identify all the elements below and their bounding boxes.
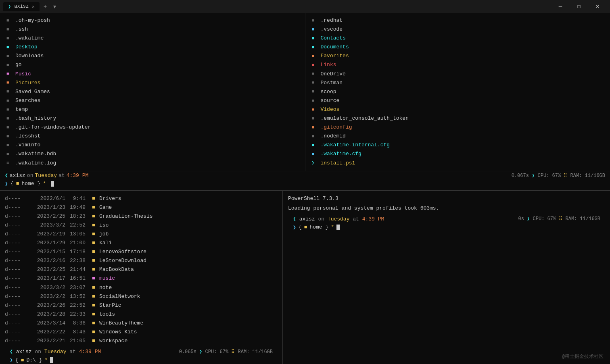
close-button[interactable]: ✕ xyxy=(588,0,607,13)
list-item[interactable]: ■.wakatime-internal.cfg xyxy=(312,141,604,150)
new-tab-button[interactable]: + xyxy=(41,2,49,10)
list-item[interactable]: ■Postman xyxy=(312,79,604,87)
br-at: at xyxy=(353,216,362,222)
list-item[interactable]: ■.viminfo xyxy=(6,141,299,150)
bottom-right-panel: PowerShell 7.3.3 Loading personal and sy… xyxy=(282,191,610,364)
ram-label: RAM: xyxy=(570,173,582,179)
watermark: @稀土掘金技术社区 xyxy=(562,353,604,360)
list-item[interactable]: ■Favorites xyxy=(312,52,604,60)
terminal-tab[interactable]: ❯ axisz ✕ xyxy=(3,2,40,11)
prompt-on: on xyxy=(27,173,33,179)
table-row[interactable]: d----2022/6/19:41■Drivers xyxy=(5,194,278,203)
list-item[interactable]: ■Music xyxy=(6,70,299,79)
table-row[interactable]: d----2023/2/213:52■SocialNetwork xyxy=(5,292,278,301)
br-username: axisz xyxy=(299,216,318,222)
list-item[interactable]: ■.ssh xyxy=(6,25,299,34)
list-item[interactable]: ■.wakatime.cfg xyxy=(312,150,604,158)
fish-icon: ❯ xyxy=(532,173,537,179)
list-item[interactable]: ■Downloads xyxy=(6,52,299,60)
prompt-arrow-icon: ❮ xyxy=(5,172,8,179)
list-item[interactable]: ■Contacts xyxy=(312,34,604,43)
ps-loading: Loading personal and system profiles too… xyxy=(288,204,605,213)
minimize-button[interactable]: ─ xyxy=(551,0,570,13)
gt-icon: ❯ xyxy=(5,181,8,187)
bl-cursor xyxy=(50,357,53,363)
list-item[interactable]: ■.bash_history xyxy=(6,114,299,123)
list-item[interactable]: ■source xyxy=(312,96,604,105)
top-pane: ■.oh-my-posh■.ssh■.wakatime■Desktop■Down… xyxy=(0,13,610,171)
list-item[interactable]: ■.vscode xyxy=(312,25,604,34)
list-item[interactable]: ■.wakatime xyxy=(6,34,299,43)
table-row[interactable]: d----2023/2/2822:33■tools xyxy=(5,310,278,319)
bl-command-line[interactable]: ❯ { ■ D:\ } * xyxy=(5,356,278,364)
list-item[interactable]: ■Searches xyxy=(6,96,299,105)
table-row[interactable]: d----2023/1/2921:00■kali xyxy=(5,239,278,248)
top-right-panel: ■.redhat■.vscode■Contacts■Documents■Favo… xyxy=(305,13,610,171)
bl-prompt-left: ❮ axisz on Tuesday at 4:39 PM xyxy=(10,348,101,355)
table-row[interactable]: d----2023/2/228:43■Windows Kits xyxy=(5,328,278,337)
maximize-button[interactable]: □ xyxy=(570,0,588,13)
table-row[interactable]: d----2023/1/1716:51■music xyxy=(5,274,278,283)
bl-on: on xyxy=(35,349,44,355)
list-item[interactable]: ■.oh-my-posh xyxy=(6,16,299,25)
list-item[interactable]: ■temp xyxy=(6,105,299,114)
table-row[interactable]: d----2023/2/2121:05■workspace xyxy=(5,337,278,345)
br-ram-label: RAM: xyxy=(566,216,580,222)
tab-icon: ❯ xyxy=(8,4,11,10)
br-time: 4:39 PM xyxy=(362,216,384,222)
table-row[interactable]: d----2023/2/2521:44■MacBookData xyxy=(5,265,278,274)
list-item[interactable]: ■.redhat xyxy=(312,16,604,25)
list-item[interactable]: ≡.wakatime.log xyxy=(6,159,299,168)
tab-close-button[interactable]: ✕ xyxy=(32,4,35,9)
table-row[interactable]: d----2023/3/222:52■iso xyxy=(5,221,278,230)
list-item[interactable]: ■.wakatime.bdb xyxy=(6,150,299,158)
list-item[interactable]: ■scoop xyxy=(312,87,604,96)
list-item[interactable]: ■Videos xyxy=(312,105,604,114)
list-item[interactable]: ■OneDrive xyxy=(312,70,604,79)
br-day: Tuesday xyxy=(328,216,353,222)
list-item[interactable]: ■.lesshst xyxy=(6,132,299,141)
list-item[interactable]: ■.nodemid xyxy=(312,132,604,141)
list-item[interactable]: ■Saved Games xyxy=(6,87,299,96)
list-item[interactable]: ❯install.ps1 xyxy=(312,159,604,168)
br-command-line[interactable]: ❯ { ■ home } * xyxy=(288,223,605,234)
br-prompt-left: ❮ axisz on Tuesday at 4:39 PM xyxy=(293,216,384,222)
bl-stats: 0.065s ❯ CPU: 67% ⠿ RAM: 11/16GB xyxy=(179,349,273,355)
br-stats: 0s ❯ CPU: 67% ⠿ RAM: 11/16GB xyxy=(518,216,600,222)
bottom-left-prompt-bar: ❮ axisz on Tuesday at 4:39 PM 0.065s ❯ C… xyxy=(5,347,278,356)
table-row[interactable]: d----2023/1/1517:18■LenovoSoftstore xyxy=(5,248,278,256)
tab-dropdown-button[interactable]: ▾ xyxy=(51,2,58,10)
list-item[interactable]: ■Links xyxy=(312,60,604,69)
title-bar: ❯ axisz ✕ + ▾ ─ □ ✕ xyxy=(0,0,610,13)
bl-ram-val: 11/16GB xyxy=(253,349,273,355)
br-fish: ❯ xyxy=(527,216,533,222)
br-brace-open: { xyxy=(299,224,302,230)
prompt-at: at xyxy=(58,173,65,179)
br-duration: 0s xyxy=(518,216,524,222)
table-row[interactable]: d----2023/2/2518:23■Graduation-Thesis xyxy=(5,212,278,221)
list-item[interactable]: ■go xyxy=(6,60,299,69)
list-item[interactable]: ■Documents xyxy=(312,43,604,52)
bottom-left-panel: d----2022/6/19:41■Driversd----2023/1/231… xyxy=(0,191,282,364)
list-item[interactable]: ■.gitconfig xyxy=(312,123,604,132)
bl-dots: ⠿ xyxy=(231,349,238,355)
br-star: * xyxy=(331,224,334,230)
table-row[interactable]: d----2023/1/2319:49■Game xyxy=(5,203,278,212)
list-item[interactable]: ■.emulator_console_auth_token xyxy=(312,114,604,123)
list-item[interactable]: ■Desktop xyxy=(6,43,299,52)
bl-duration: 0.065s xyxy=(179,349,196,355)
top-command-line[interactable]: ❯ { ■ home } * xyxy=(0,180,610,190)
list-item[interactable]: ■.git-for-windows-updater xyxy=(6,123,299,132)
bl-gt-icon: ❯ xyxy=(10,357,13,363)
directory-listing: d----2022/6/19:41■Driversd----2023/1/231… xyxy=(5,194,278,346)
table-row[interactable]: d----2023/2/2622:52■StarPic xyxy=(5,301,278,310)
cursor xyxy=(51,181,54,187)
table-row[interactable]: d----2023/2/1622:38■LeStoreDownload xyxy=(5,256,278,265)
table-row[interactable]: d----2023/3/148:36■WinBeautyTheme xyxy=(5,319,278,328)
ram-value: 11/16GB xyxy=(585,173,605,179)
table-row[interactable]: d----2023/3/223:07■note xyxy=(5,283,278,292)
table-row[interactable]: d----2023/2/1913:05■job xyxy=(5,230,278,239)
list-item[interactable]: ■Pictures xyxy=(6,79,299,87)
br-home-icon: ■ xyxy=(304,224,307,230)
cpu-label: CPU: xyxy=(538,173,549,179)
